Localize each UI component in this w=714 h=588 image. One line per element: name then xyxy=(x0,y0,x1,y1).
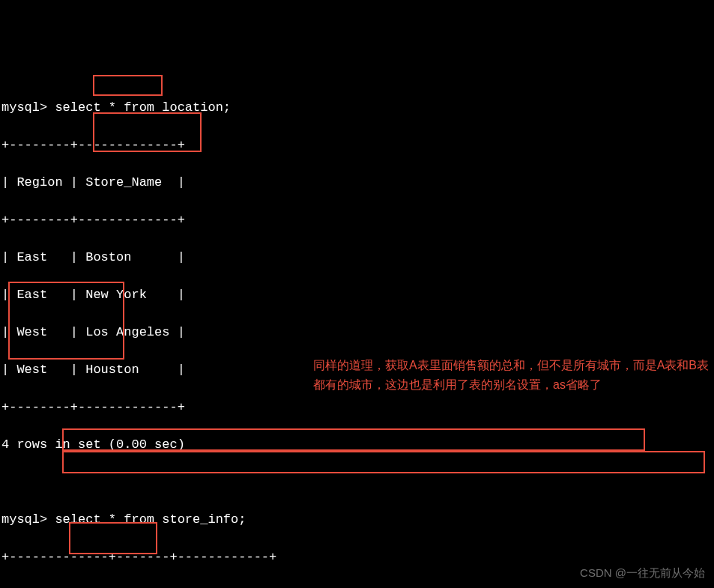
table-sep: +--------+-------------+ xyxy=(1,136,713,154)
table-sep: +--------+-------------+ xyxy=(1,210,713,229)
table-row: | East | Boston | xyxy=(1,248,713,267)
status-line: 4 rows in set (0.00 sec) xyxy=(1,435,713,454)
table-row: | West | Los Angeles | xyxy=(1,323,713,342)
annotation-text: 同样的道理，获取A表里面销售额的总和，但不是所有城市，而是A表和B表都有的城市，… xyxy=(313,356,710,395)
table-header: | Region | Store_Name | xyxy=(1,173,713,192)
table-header: | Store_Name | Sales | Date | xyxy=(1,585,713,588)
mysql-prompt: mysql> xyxy=(1,512,55,527)
blank-line xyxy=(1,473,713,491)
sql-text: select * from location; xyxy=(55,100,231,115)
query2-line: mysql> select * from store_info; xyxy=(1,510,713,529)
mysql-prompt: mysql> xyxy=(1,100,55,115)
sql-text: select * from store_info; xyxy=(55,512,246,527)
terminal-output: mysql> select * from location; +--------… xyxy=(1,79,713,588)
table-row: | East | New York | xyxy=(1,285,713,304)
table-sep: +--------+-------------+ xyxy=(1,398,713,416)
query1-line: mysql> select * from location; xyxy=(1,98,713,117)
watermark: CSDN @一往无前从今始 xyxy=(580,563,705,582)
